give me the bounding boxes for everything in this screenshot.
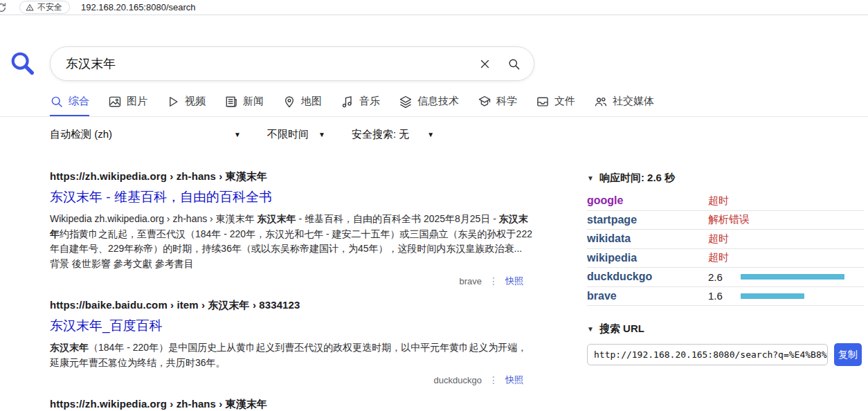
results-list: https://zh.wikipedia.org › zh-hans › 東漢末… — [50, 170, 534, 411]
engine-name-link[interactable]: duckduckgo — [587, 271, 708, 283]
tab-it[interactable]: 信息技术 — [399, 92, 459, 117]
tab-label: 音乐 — [359, 95, 380, 108]
search-result: https://baike.baidu.com › item › 东汉末年 › … — [50, 299, 534, 386]
kebab-vertical-icon[interactable]: ⋮ — [489, 374, 498, 385]
engine-row: wikidata超时 — [587, 230, 864, 249]
collapse-triangle-icon[interactable]: ▼ — [587, 325, 594, 333]
chevron-down-icon: ▼ — [234, 131, 241, 138]
tab-label: 科学 — [496, 95, 517, 108]
play-icon — [166, 95, 180, 109]
tab-images[interactable]: 图片 — [108, 92, 147, 117]
close-icon — [479, 58, 491, 70]
tab-label: 综合 — [69, 95, 89, 108]
response-time-bar — [741, 293, 804, 299]
search-form — [50, 46, 534, 81]
search-result: https://zh.wikipedia.org › zh-hans › 東漢末… — [50, 170, 534, 287]
engine-status: 超时 — [708, 251, 729, 264]
people-icon — [594, 95, 608, 109]
search-url-label: 搜索 URL — [599, 322, 644, 336]
engine-status: 1.6 — [708, 290, 732, 302]
search-icon — [50, 95, 64, 109]
engine-name-link[interactable]: wikipedia — [587, 252, 708, 264]
result-meta: brave ⋮ 快照 — [50, 275, 534, 287]
safesearch-select[interactable]: 安全搜索: 无 ▼ — [352, 128, 434, 141]
not-secure-label: 不安全 — [37, 1, 62, 13]
language-value: 自动检测 (zh) — [50, 128, 112, 141]
response-time-bar — [741, 274, 844, 280]
searx-logo-icon[interactable] — [9, 50, 35, 76]
engine-status: 超时 — [708, 194, 729, 208]
engine-row: startpage解析错误 — [587, 211, 864, 230]
result-engine-label: duckduckgo — [434, 375, 482, 385]
clear-search-button[interactable] — [470, 48, 499, 80]
engine-name-link[interactable]: startpage — [587, 214, 708, 226]
result-url[interactable]: https://zh.wikipedia.org › zh-hans › 東漢末… — [50, 398, 534, 411]
tab-videos[interactable]: 视频 — [166, 92, 206, 117]
tab-label: 信息技术 — [417, 95, 459, 108]
search-url-row: http://192.168.20.165:8080/search?q=%E4%… — [587, 343, 864, 366]
response-time-label: 响应时间: 2.6 秒 — [599, 172, 675, 185]
tab-label: 社交媒体 — [613, 95, 654, 108]
result-meta: duckduckgo ⋮ 快照 — [50, 374, 534, 386]
cached-link[interactable]: 快照 — [505, 374, 523, 386]
engine-name-link[interactable]: brave — [587, 290, 708, 302]
chevron-down-icon: ▼ — [318, 131, 325, 138]
warning-triangle-icon — [26, 3, 34, 12]
tab-label: 文件 — [554, 95, 575, 108]
cached-link[interactable]: 快照 — [505, 275, 523, 287]
browser-address-bar: 不安全 192.168.20.165:8080/search — [0, 0, 868, 15]
tab-files[interactable]: 文件 — [536, 92, 575, 117]
tab-music[interactable]: 音乐 — [341, 92, 380, 117]
engine-name-link[interactable]: wikidata — [587, 232, 708, 245]
file-tray-icon — [536, 95, 550, 109]
search-result: https://zh.wikipedia.org › zh-hans › 東漢末… — [50, 398, 534, 411]
layers-icon — [399, 95, 413, 109]
submit-search-button[interactable] — [499, 48, 528, 80]
image-icon — [108, 95, 122, 109]
engine-row: google超时 — [587, 192, 864, 211]
result-snippet: Wikipedia zh.wikipedia.org › zh-hans › 東… — [50, 212, 534, 271]
search-url-header: ▼ 搜索 URL — [587, 322, 864, 336]
category-tabs: 综合图片视频新闻地图音乐信息技术科学文件社交媒体 — [50, 92, 654, 117]
tab-map[interactable]: 地图 — [282, 92, 322, 117]
time-range-select[interactable]: 不限时间 ▼ — [267, 128, 325, 141]
safesearch-value: 安全搜索: 无 — [352, 128, 409, 141]
tab-general[interactable]: 综合 — [50, 92, 89, 117]
engine-name-link[interactable]: google — [587, 194, 708, 207]
engine-status: 2.6 — [708, 271, 732, 283]
address-url[interactable]: 192.168.20.165:8080/search — [81, 2, 196, 12]
refresh-icon[interactable] — [0, 2, 7, 13]
engine-table: google超时startpage解析错误wikidata超时wikipedia… — [587, 192, 864, 306]
engine-status: 超时 — [708, 232, 729, 246]
map-pin-icon — [282, 95, 296, 109]
kebab-vertical-icon[interactable]: ⋮ — [489, 275, 498, 286]
news-icon — [224, 95, 238, 109]
collapse-triangle-icon[interactable]: ▼ — [587, 174, 594, 182]
engines-sidebar: ▼ 响应时间: 2.6 秒 google超时startpage解析错误wikid… — [587, 172, 864, 366]
result-engine-label: brave — [459, 276, 482, 286]
chevron-down-icon: ▼ — [427, 131, 434, 138]
tab-science[interactable]: 科学 — [478, 92, 517, 117]
tab-label: 图片 — [127, 95, 147, 108]
search-url-input[interactable]: http://192.168.20.165:8080/search?q=%E4%… — [587, 344, 828, 365]
language-select[interactable]: 自动检测 (zh) ▼ — [50, 128, 241, 141]
search-input[interactable] — [51, 57, 470, 71]
result-title-link[interactable]: 东汉末年 - 维基百科，自由的百科全书 — [50, 188, 534, 206]
tab-news[interactable]: 新闻 — [224, 92, 264, 117]
result-title-link[interactable]: 东汉末年_百度百科 — [50, 317, 534, 335]
not-secure-chip[interactable]: 不安全 — [19, 1, 70, 14]
tab-label: 地图 — [301, 95, 322, 108]
engine-row: brave1.6 — [587, 287, 864, 307]
music-note-icon — [341, 95, 354, 109]
copy-url-button[interactable]: 复制 — [834, 343, 862, 366]
filter-bar: 自动检测 (zh) ▼ 不限时间 ▼ 安全搜索: 无 ▼ — [50, 128, 434, 141]
search-icon — [507, 57, 521, 71]
response-time-header: ▼ 响应时间: 2.6 秒 — [587, 172, 864, 185]
science-icon — [478, 95, 491, 109]
tab-social[interactable]: 社交媒体 — [594, 92, 654, 117]
engine-row: duckduckgo2.6 — [587, 268, 864, 287]
result-url[interactable]: https://zh.wikipedia.org › zh-hans › 東漢末… — [50, 170, 534, 183]
tab-label: 新闻 — [243, 95, 264, 108]
result-url[interactable]: https://baike.baidu.com › item › 东汉末年 › … — [50, 299, 534, 312]
engine-status: 解析错误 — [708, 213, 750, 226]
